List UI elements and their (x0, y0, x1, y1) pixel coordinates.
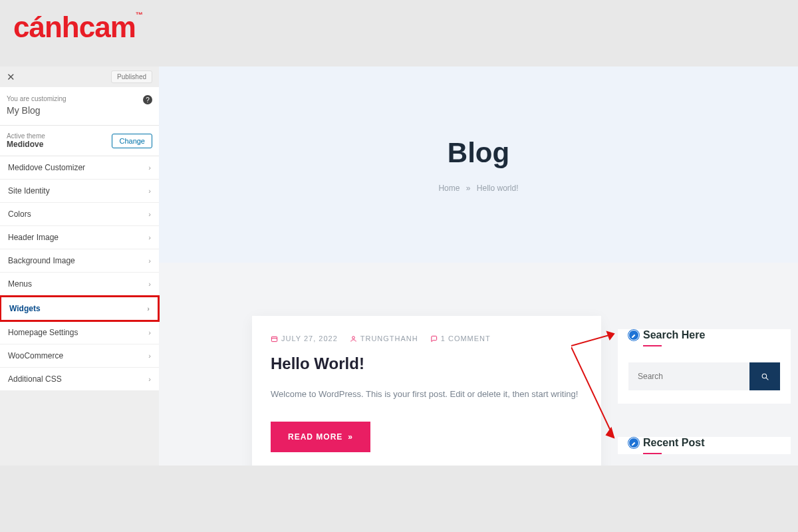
comment-icon (430, 335, 438, 342)
post-meta: JULY 27, 2022 TRUNGTHANH 1 COMMENT (271, 334, 583, 342)
breadcrumb-sep: » (466, 184, 471, 193)
svg-line-4 (766, 378, 768, 380)
sidebar-item-label: Site Identity (8, 186, 50, 196)
sidebar-item-homepage-settings[interactable]: Homepage Settings› (0, 321, 159, 344)
widget-recent-title: Recent Post (643, 437, 704, 449)
chevron-right-icon: › (148, 352, 151, 360)
chevron-right-icon: › (148, 187, 151, 195)
help-icon[interactable]: ? (143, 95, 152, 104)
sidebar-item-label: Menus (8, 279, 32, 289)
chevron-right-icon: › (148, 375, 151, 383)
theme-meta: Active theme Medidove (7, 132, 45, 149)
customizer-sidebar: ✕ Published You are customizing My Blog … (0, 66, 159, 466)
chevron-right-icon: › (148, 257, 151, 265)
post-excerpt: Welcome to WordPress. This is your first… (271, 388, 583, 402)
sidebar-item-label: Header Image (8, 233, 59, 242)
sidebar-item-colors[interactable]: Colors› (0, 203, 159, 226)
active-theme-label: Active theme (7, 132, 45, 140)
active-theme-name: Medidove (7, 140, 45, 149)
page-title: Blog (448, 137, 509, 169)
read-more-button[interactable]: READ MORE » (271, 422, 370, 452)
close-icon[interactable]: ✕ (7, 71, 15, 83)
post-comments[interactable]: 1 COMMENT (430, 334, 491, 342)
edit-icon[interactable] (628, 438, 639, 448)
post-date: JULY 27, 2022 (271, 334, 338, 342)
chevron-right-icon: › (148, 329, 151, 336)
widgets-column: Search Here Recent (618, 329, 791, 466)
customizing-block: You are customizing My Blog ? (0, 87, 159, 126)
change-theme-button[interactable]: Change (112, 134, 152, 148)
calendar-icon (271, 335, 278, 342)
breadcrumb: Home » Hello world! (438, 184, 518, 193)
chevron-right-icon: › (147, 305, 150, 313)
widget-underline (643, 453, 662, 454)
post-author[interactable]: TRUNGTHANH (350, 334, 418, 342)
search-icon (761, 372, 769, 381)
sidebar-item-label: Medidove Customizer (8, 163, 85, 172)
svg-point-2 (352, 336, 354, 338)
sidebar-item-site-identity[interactable]: Site Identity› (0, 180, 159, 203)
sidebar-item-header-image[interactable]: Header Image› (0, 226, 159, 249)
sidebar-item-medidove-customizer[interactable]: Medidove Customizer› (0, 156, 159, 180)
chevron-double-right-icon: » (348, 432, 353, 442)
post-author-text: TRUNGTHANH (360, 334, 418, 342)
brand-tm: ™ (136, 11, 142, 19)
sidebar-item-label: Homepage Settings (8, 328, 78, 337)
sidebar-item-label: Colors (8, 209, 31, 219)
search-row (628, 362, 780, 390)
sidebar-item-woocommerce[interactable]: WooCommerce› (0, 344, 159, 368)
search-input[interactable] (628, 362, 749, 390)
preview-pane: Blog Home » Hello world! JULY 27, 2022 T… (159, 66, 798, 466)
sidebar-item-background-image[interactable]: Background Image› (0, 249, 159, 273)
published-button[interactable]: Published (111, 70, 152, 83)
widget-recent-post: Recent Post (618, 437, 791, 454)
search-button[interactable] (749, 362, 780, 390)
chevron-right-icon: › (148, 164, 151, 172)
chevron-right-icon: › (148, 210, 151, 218)
svg-rect-0 (271, 336, 277, 341)
active-theme-block: Active theme Medidove Change (0, 126, 159, 156)
sidebar-item-label: Widgets (9, 304, 41, 313)
blog-name: My Blog (7, 105, 152, 116)
brand-logo: cánhcam™ (13, 11, 142, 44)
you-are-customizing-label: You are customizing (7, 95, 152, 102)
customizer-menu: Medidove Customizer› Site Identity› Colo… (0, 156, 159, 391)
edit-icon[interactable] (628, 330, 639, 340)
chevron-right-icon: › (148, 280, 151, 288)
customizer-topbar: ✕ Published (0, 66, 159, 87)
sidebar-item-widgets[interactable]: Widgets› (0, 295, 160, 322)
sidebar-item-additional-css[interactable]: Additional CSS› (0, 368, 159, 391)
hero: Blog Home » Hello world! (159, 66, 798, 263)
widget-search-title: Search Here (643, 329, 705, 341)
svg-marker-8 (606, 428, 614, 438)
read-more-label: READ MORE (288, 432, 342, 442)
sidebar-item-menus[interactable]: Menus› (0, 273, 159, 296)
user-icon (350, 335, 357, 342)
widget-search: Search Here (618, 329, 791, 404)
post-title[interactable]: Hello World! (271, 354, 583, 373)
sidebar-item-label: Background Image (8, 256, 75, 265)
breadcrumb-home[interactable]: Home (438, 184, 460, 193)
content-area: JULY 27, 2022 TRUNGTHANH 1 COMMENT Hello… (159, 263, 798, 466)
sidebar-item-label: WooCommerce (8, 351, 63, 360)
post-date-text: JULY 27, 2022 (281, 334, 338, 342)
svg-point-3 (762, 374, 767, 378)
app-shell: ✕ Published You are customizing My Blog … (0, 66, 798, 466)
sidebar-item-label: Additional CSS (8, 374, 62, 384)
breadcrumb-current: Hello world! (477, 184, 519, 193)
post-comments-text: 1 COMMENT (441, 334, 491, 342)
widget-underline (643, 345, 662, 346)
post-card: JULY 27, 2022 TRUNGTHANH 1 COMMENT Hello… (252, 316, 601, 466)
svg-marker-6 (607, 332, 614, 339)
chevron-right-icon: › (148, 233, 151, 241)
brand-logo-text: cánhcam (13, 11, 136, 43)
